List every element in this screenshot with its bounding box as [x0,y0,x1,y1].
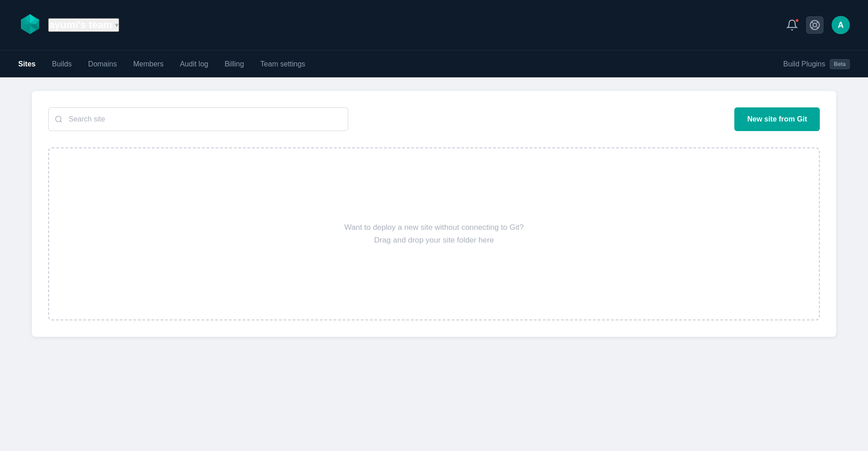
user-avatar-button[interactable]: A [832,16,850,34]
help-button[interactable] [806,16,823,34]
search-icon [55,115,63,123]
svg-point-10 [813,23,817,27]
avatar-initial: A [838,20,844,30]
nav-bar: Sites Builds Domains Members Audit log B… [0,50,868,77]
nav-item-audit-log[interactable]: Audit log [180,58,208,70]
search-action-row: New site from Git [48,107,820,131]
notification-badge [795,18,799,23]
drop-zone-text-secondary: Drag and drop your site folder here [374,236,494,245]
main-content: New site from Git Want to deploy a new s… [0,77,868,451]
team-name-button[interactable]: ayumi's team ▾ [48,18,119,32]
svg-point-15 [55,116,61,122]
drop-zone[interactable]: Want to deploy a new site without connec… [48,147,820,320]
netlify-logo [18,12,42,38]
search-input[interactable] [48,107,348,131]
nav-item-domains[interactable]: Domains [88,58,117,70]
nav-item-billing[interactable]: Billing [225,58,244,70]
notifications-button[interactable] [786,19,798,31]
drop-zone-text-primary: Want to deploy a new site without connec… [344,223,523,232]
content-card: New site from Git Want to deploy a new s… [32,91,836,337]
nav-right: Build Plugins Beta [783,59,850,69]
nav-item-team-settings[interactable]: Team settings [261,58,306,70]
header-right: A [786,16,850,34]
nav-item-members[interactable]: Members [133,58,164,70]
team-name-label: ayumi's team [49,19,112,31]
build-plugins-label: Build Plugins [783,60,825,68]
new-site-from-git-button[interactable]: New site from Git [734,107,820,131]
svg-line-16 [60,121,61,122]
chevron-down-icon: ▾ [115,21,118,29]
search-wrapper [48,107,348,131]
header-left: ayumi's team ▾ [18,12,119,38]
top-header: ayumi's team ▾ A [0,0,868,50]
nav-links: Sites Builds Domains Members Audit log B… [18,58,305,70]
lifebuoy-icon [809,20,820,30]
svg-line-14 [812,27,813,28]
svg-line-11 [812,22,813,23]
nav-item-sites[interactable]: Sites [18,58,35,70]
svg-line-12 [817,27,818,28]
beta-badge: Beta [830,59,850,69]
svg-line-13 [817,22,818,23]
nav-item-builds[interactable]: Builds [52,58,72,70]
